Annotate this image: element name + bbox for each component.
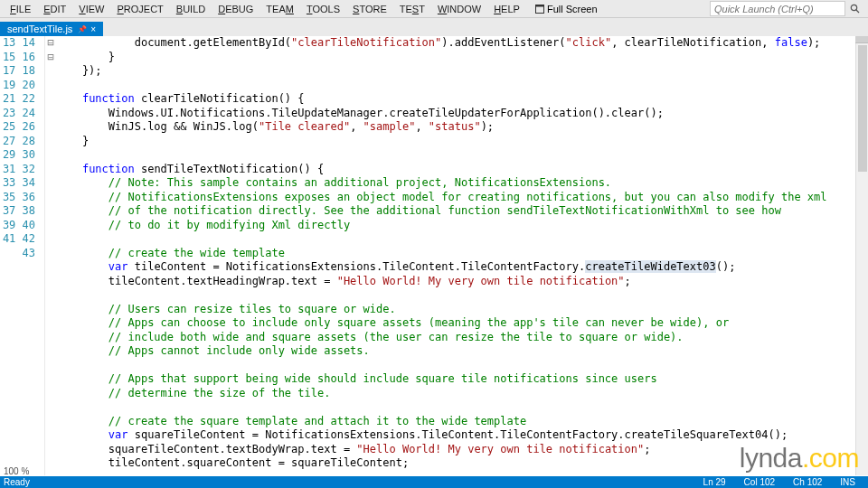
menu-help[interactable]: HELP: [487, 2, 526, 16]
search-icon: [850, 4, 860, 14]
tab-active[interactable]: sendTextTile.js 📌 ×: [0, 22, 103, 36]
status-ready: Ready: [4, 477, 694, 487]
menu-window[interactable]: WINDOW: [431, 2, 487, 16]
menu-debug[interactable]: DEBUG: [212, 2, 259, 16]
menu-store[interactable]: STORE: [346, 2, 393, 16]
fullscreen-button[interactable]: Full Screen: [530, 2, 603, 16]
status-ins: INS: [831, 477, 864, 487]
menu-build[interactable]: BUILD: [170, 2, 212, 16]
menu-test[interactable]: TEST: [393, 2, 431, 16]
menu-tools[interactable]: TOOLS: [300, 2, 346, 16]
status-ch: Ch 102: [784, 477, 831, 487]
fullscreen-label: Full Screen: [547, 4, 598, 14]
code-editor[interactable]: 13 14 15 16 17 18 19 20 21 22 23 24 25 2…: [0, 36, 868, 475]
splitter-handle[interactable]: [855, 36, 868, 43]
svg-line-3: [856, 10, 859, 13]
status-bar: Ready Ln 29 Col 102 Ch 102 INS: [0, 476, 868, 488]
status-line: Ln 29: [694, 477, 735, 487]
outline-margin[interactable]: ⊟ ⊟: [45, 36, 56, 475]
search-button[interactable]: [845, 4, 864, 14]
code-area[interactable]: document.getElementById("clearTileNotifi…: [56, 36, 868, 475]
menu-view[interactable]: VIEW: [72, 2, 110, 16]
zoom-level[interactable]: 100 %: [2, 466, 31, 476]
menu-file[interactable]: FILE: [4, 2, 37, 16]
scrollbar-thumb[interactable]: [858, 45, 867, 172]
pin-icon[interactable]: 📌: [78, 25, 87, 33]
menu-team[interactable]: TEAM: [259, 2, 300, 16]
menu-bar: FILE EDIT VIEW PROJECT BUILD DEBUG TEAM …: [0, 0, 868, 18]
menu-edit[interactable]: EDIT: [37, 2, 72, 16]
vertical-scrollbar[interactable]: [855, 36, 868, 475]
fullscreen-icon: [535, 5, 544, 14]
svg-rect-1: [535, 5, 543, 6]
quick-launch-input[interactable]: [710, 1, 845, 16]
svg-point-2: [851, 5, 856, 10]
tab-filename: sendTextTile.js: [7, 23, 72, 34]
line-number-gutter: 13 14 15 16 17 18 19 20 21 22 23 24 25 2…: [0, 36, 45, 475]
close-icon[interactable]: ×: [90, 24, 96, 34]
menu-project[interactable]: PROJECT: [110, 2, 169, 16]
tab-bar: sendTextTile.js 📌 ×: [0, 18, 868, 36]
status-col: Col 102: [735, 477, 784, 487]
